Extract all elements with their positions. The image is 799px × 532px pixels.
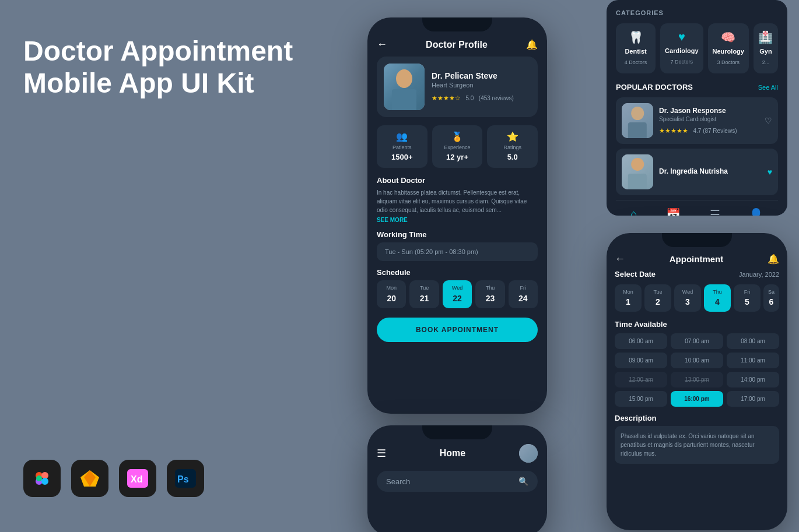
time-slot-1400[interactable]: 14:00 pm [727,372,779,387]
dentist-icon: 🦷 [621,30,651,44]
category-neurology[interactable]: 🧠 Neurology 3 Doctors [708,23,749,73]
rating-stars: ★★★★☆ [432,94,461,101]
appointment-phone: ← Appointment 🔔 Select Date January, 202… [607,233,787,530]
see-all-button[interactable]: See All [758,84,778,91]
patients-stat: 👥 Patients 1500+ [377,125,427,168]
patients-label: Patients [381,145,423,150]
gyn-icon: 🏥 [758,30,773,44]
doctor-profile-phone: ← Doctor Profile 🔔 Dr. Pelican Steve Hea… [367,17,547,414]
schedule-day-mon[interactable]: Mon 20 [377,280,406,308]
see-more-button[interactable]: SEE MORE [377,217,538,223]
schedule-day-thu[interactable]: Thu 23 [475,280,504,308]
right-panel: CATEGORIES 🦷 Dentist 4 Doctors ♥ Cardiol… [607,0,787,221]
categories-title: CATEGORIES [616,9,778,16]
description-text: Phasellus id vulputate ex. Orci varius n… [615,426,779,464]
schedule-day-fri[interactable]: Fri 24 [509,280,538,308]
book-appointment-button[interactable]: BOOK APPOINTMENT [377,318,538,342]
time-slot-0900[interactable]: 09:00 am [615,353,667,368]
xd-icon[interactable]: Xd [119,460,156,497]
sketch-icon[interactable] [71,460,108,497]
calendar-row: Mon 1 Tue 2 Wed 3 Thu 4 Fri 5 Sa 6 [615,284,779,312]
cal-day-sat[interactable]: Sa 6 [763,284,779,312]
back-button[interactable]: ← [377,38,387,51]
doctor-1-name: Dr. Jason Response [659,107,759,115]
doctor-2-favorite[interactable]: ♥ [768,167,772,177]
svg-point-4 [36,475,42,481]
search-bar[interactable]: Search 🔍 [377,471,538,492]
select-date-row: Select Date January, 2022 [615,270,779,279]
notification-bell-icon[interactable]: 🔔 [526,39,538,50]
description-title: Description [615,414,779,422]
schedule-day-tue[interactable]: Tue 21 [409,280,439,308]
category-dentist[interactable]: 🦷 Dentist 4 Doctors [616,23,656,73]
schedule-day-wed[interactable]: Wed 22 [443,280,472,308]
search-icon[interactable]: 🔍 [518,477,528,486]
patients-value: 1500+ [391,153,413,161]
ratings-label: Ratings [492,145,533,150]
home-nav-icon[interactable]: ⌂ [630,207,637,216]
category-gyn[interactable]: 🏥 Gyn 2... [754,23,778,73]
popular-title: POPULAR DOCTORS [616,83,693,91]
doctor-2-avatar [622,154,653,189]
experience-value: 12 yr+ [446,153,468,161]
search-placeholder: Search [386,477,410,486]
working-time-title: Working Time [377,230,538,239]
bottom-nav: ⌂ 📅 ☰ 👤 [616,200,778,216]
user-avatar[interactable] [519,444,538,463]
popular-doctor-1[interactable]: Dr. Jason Response Specialist Cardiologi… [616,97,778,144]
hamburger-menu-icon[interactable]: ☰ [377,447,386,460]
about-title: About Doctor [377,176,538,185]
cal-day-tue[interactable]: Tue 2 [644,284,671,312]
time-available-title: Time Available [615,320,779,329]
doctor-1-specialty: Specialist Cardiologist [659,116,759,122]
calendar-nav-icon[interactable]: 📅 [666,207,681,216]
experience-icon: 🏅 [437,131,478,142]
patients-icon: 👥 [381,131,423,142]
time-slot-1000[interactable]: 10:00 am [671,353,723,368]
category-cardiology[interactable]: ♥ Cardiology 7 Doctors [660,23,703,73]
time-slot-1500[interactable]: 15:00 pm [615,391,667,407]
rating-score: 5.0 [465,95,474,101]
svg-text:Xd: Xd [131,474,142,484]
figma-icon[interactable] [23,460,61,497]
appointment-header: ← Appointment 🔔 [615,247,779,270]
time-slot-1200: 12:00 am [615,372,667,387]
cal-day-wed[interactable]: Wed 3 [674,284,701,312]
time-slot-0700[interactable]: 07:00 am [671,333,723,349]
time-slot-0600[interactable]: 06:00 am [615,333,667,349]
time-slot-0800[interactable]: 08:00 am [727,333,779,349]
ratings-stat: ⭐ Ratings 5.0 [487,125,538,168]
stats-row: 👥 Patients 1500+ 🏅 Experience 12 yr+ ⭐ R… [377,125,538,168]
list-nav-icon[interactable]: ☰ [710,207,720,216]
neurology-icon: 🧠 [713,30,744,44]
appt-back-button[interactable]: ← [615,253,625,265]
appointment-title: Appointment [670,254,723,264]
select-date-label: Select Date [615,270,656,279]
doctor-1-avatar [622,103,653,138]
appt-bell-icon[interactable]: 🔔 [768,253,779,265]
ps-icon[interactable]: Ps [167,460,204,497]
time-slot-1700[interactable]: 17:00 pm [727,391,779,407]
doctor-summary-card: Dr. Pelican Steve Heart Surgeon ★★★★☆ 5.… [377,57,538,117]
doctor-avatar [384,64,425,110]
time-slot-1600[interactable]: 16:00 pm [671,391,723,407]
cal-day-thu[interactable]: Thu 4 [704,284,731,312]
popular-header: POPULAR DOCTORS See All [616,83,778,91]
doctor-1-favorite[interactable]: ♡ [765,116,772,125]
home-phone: ☰ Home Search 🔍 [367,425,547,532]
month-label: January, 2022 [739,271,779,278]
ratings-icon: ⭐ [492,131,533,142]
ratings-value: 5.0 [507,153,518,161]
doctor-1-stars: ★★★★★ [659,127,688,134]
popular-doctor-2[interactable]: Dr. Ingredia Nutrisha ♥ [616,149,778,195]
time-slot-1100[interactable]: 11:00 am [727,353,779,368]
about-text: In hac habitasse platea dictumst. Pellen… [377,188,538,214]
profile-header-title: Doctor Profile [426,40,488,50]
categories-section: CATEGORIES 🦷 Dentist 4 Doctors ♥ Cardiol… [607,0,787,216]
doctor-1-info: Dr. Jason Response Specialist Cardiologi… [659,107,759,135]
cal-day-fri[interactable]: Fri 5 [734,284,761,312]
profile-nav-icon[interactable]: 👤 [749,207,763,216]
time-grid: 06:00 am 07:00 am 08:00 am 09:00 am 10:0… [615,333,779,407]
tool-icons-row: Xd Ps [23,460,204,497]
cal-day-mon[interactable]: Mon 1 [615,284,642,312]
